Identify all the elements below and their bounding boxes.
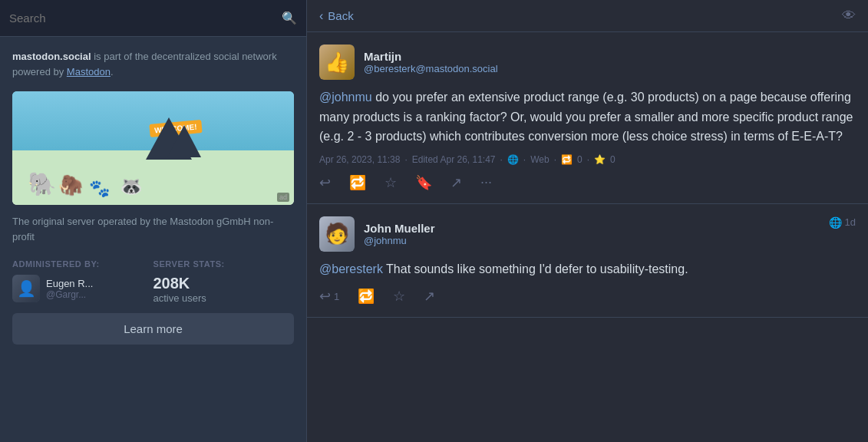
server-stats-label: SERVER STATS:	[153, 259, 295, 269]
eye-icon[interactable]: 👁	[842, 8, 856, 24]
reply-button-2[interactable]: ↩ 1	[319, 288, 339, 305]
post-2-user-info: John Mueller @johnmu	[364, 216, 435, 252]
administered-by-label: ADMINISTERED BY:	[12, 259, 153, 269]
server-description: The original server operated by the Mast…	[0, 205, 306, 253]
post-2-content: @beresterk That sounds like something I'…	[319, 259, 856, 279]
admin-avatar-image: 👤	[12, 275, 40, 302]
left-panel: 🔍 mastodon.social is part of the decentr…	[0, 0, 307, 442]
avatar-john: 🧑	[319, 216, 355, 252]
post-2-time: 🌐 1d	[829, 216, 856, 229]
post-2: 🧑 John Mueller @johnmu 🌐 1d @beresterk T…	[307, 204, 868, 318]
ad-badge: ad	[277, 193, 289, 202]
stats-section: ADMINISTERED BY: 👤 Eugen R... @Gargr... …	[0, 253, 306, 313]
post-2-globe-icon: 🌐	[829, 216, 842, 229]
admin-avatar: 👤	[12, 275, 40, 302]
post-1-content: @johnmu do you prefer an extensive produ…	[319, 87, 856, 147]
post-1-timestamp: Apr 26, 2023, 11:38	[319, 154, 400, 165]
post-1-handle[interactable]: @beresterk@mastodon.social	[364, 63, 498, 74]
search-input[interactable]	[9, 12, 282, 25]
right-header: ‹ Back 👁	[307, 0, 868, 32]
reply-count-2: 1	[334, 291, 339, 302]
post-1-user-info: Martijn @beresterk@mastodon.social	[364, 45, 498, 80]
mascot-4: 🦝	[120, 176, 143, 197]
mascot-3: 🐾	[89, 179, 110, 199]
admin-row: 👤 Eugen R... @Gargr...	[12, 275, 153, 302]
post-2-time-ago: 1d	[845, 216, 856, 228]
post-2-handle[interactable]: @johnmu	[364, 235, 435, 246]
post-2-avatar: 🧑	[319, 216, 355, 252]
post-1-actions: ↩ 🔁 ☆ 🔖 ↗ ···	[319, 174, 856, 191]
avatar-martijn: 👍	[319, 45, 355, 80]
search-icon: 🔍	[282, 11, 297, 25]
post-2-user-block: 🧑 John Mueller @johnmu	[319, 216, 435, 252]
post-2-header: 🧑 John Mueller @johnmu 🌐 1d	[319, 216, 856, 252]
more-button-1[interactable]: ···	[480, 174, 492, 190]
post-1-avatar: 👍	[319, 45, 355, 80]
post-1-meta: Apr 26, 2023, 11:38 · Edited Apr 26, 11:…	[319, 154, 856, 165]
admin-info: Eugen R... @Gargr...	[46, 278, 93, 300]
active-users-label: active users	[153, 292, 295, 304]
post-1-boosts: 0	[577, 154, 583, 165]
post-2-actions: ↩ 1 🔁 ☆ ↗	[319, 288, 856, 305]
active-users-count: 208K	[153, 275, 295, 292]
post-1-edited: Edited Apr 26, 11:47	[412, 154, 496, 165]
post-1-stars: 0	[610, 154, 616, 165]
right-panel: ‹ Back 👁 👍 Martijn @beresterk@mastodon.s…	[307, 0, 868, 442]
back-label: Back	[328, 9, 353, 22]
post-2-mention[interactable]: @beresterk	[319, 262, 383, 275]
post-1-mention[interactable]: @johnmu	[319, 91, 372, 104]
globe-icon: 🌐	[507, 154, 519, 165]
boost-button-1[interactable]: 🔁	[349, 174, 366, 191]
stats-col: SERVER STATS: 208K active users	[153, 259, 295, 304]
post-1-username: Martijn	[364, 50, 498, 63]
reply-button-1[interactable]: ↩	[319, 174, 331, 191]
post-1-header: 👍 Martijn @beresterk@mastodon.social	[319, 45, 856, 80]
bookmark-button-1[interactable]: 🔖	[415, 174, 432, 191]
post-1-text: do you prefer an extensive product range…	[319, 91, 853, 143]
chevron-left-icon: ‹	[319, 9, 323, 23]
back-button[interactable]: ‹ Back	[319, 9, 354, 23]
mastodon-link[interactable]: Mastodon	[67, 66, 111, 78]
admin-handle: @Gargr...	[46, 289, 93, 300]
share-button-2[interactable]: ↗	[424, 288, 435, 305]
star-button-1[interactable]: ☆	[384, 174, 397, 191]
learn-more-button[interactable]: Learn more	[12, 313, 294, 345]
post-2-text: That sounds like something I'd defer to …	[383, 262, 688, 275]
post-1-star-icon: ⭐	[594, 154, 606, 165]
post-1-platform: Web	[530, 154, 549, 165]
star-button-2[interactable]: ☆	[393, 288, 405, 305]
post-1: 👍 Martijn @beresterk@mastodon.social @jo…	[307, 32, 868, 204]
admin-section: ADMINISTERED BY: 👤 Eugen R... @Gargr...	[12, 259, 153, 304]
admin-name: Eugen R...	[46, 278, 93, 289]
server-illustration: WELCOME! 🐘 🦣 🐾 🦝 ad	[12, 91, 294, 205]
share-button-1[interactable]: ↗	[451, 174, 462, 191]
server-info-text: mastodon.social is part of the decentral…	[0, 37, 306, 91]
post-1-boosts-icon: 🔁	[561, 154, 573, 165]
search-bar: 🔍	[0, 0, 306, 37]
post-2-username: John Mueller	[364, 222, 435, 235]
server-name: mastodon.social	[12, 51, 91, 62]
mascot-2: 🦣	[58, 173, 83, 197]
mascot-1: 🐘	[28, 170, 56, 197]
boost-button-2[interactable]: 🔁	[358, 288, 375, 305]
